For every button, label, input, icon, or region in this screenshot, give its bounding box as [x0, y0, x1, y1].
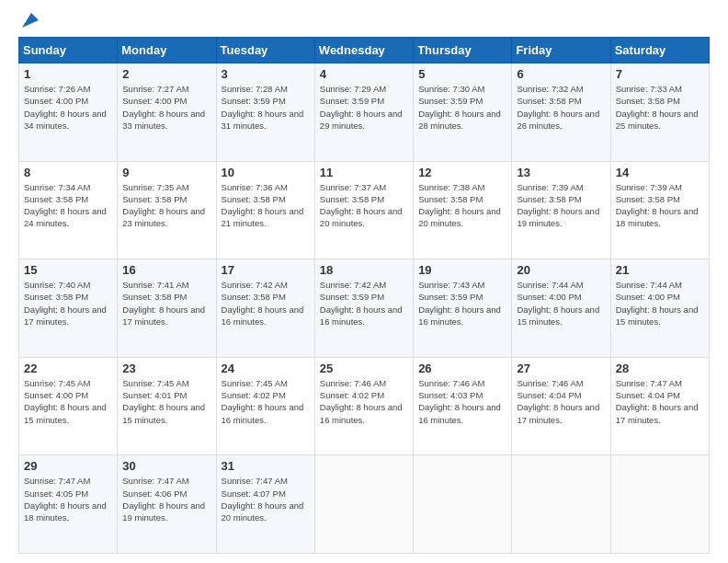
calendar-week-2: 8Sunrise: 7:34 AM Sunset: 3:58 PM Daylig… [19, 161, 710, 259]
calendar-week-1: 1Sunrise: 7:26 AM Sunset: 4:00 PM Daylig… [19, 63, 710, 162]
table-row: 4Sunrise: 7:29 AM Sunset: 3:59 PM Daylig… [314, 63, 413, 162]
table-row: 13Sunrise: 7:39 AM Sunset: 3:58 PM Dayli… [512, 161, 610, 259]
table-row: 9Sunrise: 7:35 AM Sunset: 3:58 PM Daylig… [118, 161, 216, 259]
table-row: 5Sunrise: 7:30 AM Sunset: 3:59 PM Daylig… [414, 63, 512, 162]
table-row: 20Sunrise: 7:44 AM Sunset: 4:00 PM Dayli… [512, 259, 610, 358]
table-row: 10Sunrise: 7:36 AM Sunset: 3:58 PM Dayli… [216, 161, 314, 259]
table-row: 15Sunrise: 7:40 AM Sunset: 3:58 PM Dayli… [19, 259, 118, 358]
table-row: 22Sunrise: 7:45 AM Sunset: 4:00 PM Dayli… [19, 357, 118, 455]
table-row: 12Sunrise: 7:38 AM Sunset: 3:58 PM Dayli… [414, 161, 512, 259]
table-row [512, 455, 610, 554]
table-row: 8Sunrise: 7:34 AM Sunset: 3:58 PM Daylig… [19, 161, 118, 259]
table-row [610, 455, 709, 554]
table-row: 17Sunrise: 7:42 AM Sunset: 3:58 PM Dayli… [216, 259, 314, 358]
logo-arrow-icon [20, 11, 40, 29]
calendar-table: Sunday Monday Tuesday Wednesday Thursday… [18, 37, 710, 554]
header [18, 15, 710, 29]
table-row: 26Sunrise: 7:46 AM Sunset: 4:03 PM Dayli… [414, 357, 512, 455]
table-row: 11Sunrise: 7:37 AM Sunset: 3:58 PM Dayli… [314, 161, 413, 259]
table-row: 21Sunrise: 7:44 AM Sunset: 4:00 PM Dayli… [610, 259, 709, 358]
table-row: 2Sunrise: 7:27 AM Sunset: 4:00 PM Daylig… [118, 63, 216, 162]
table-row: 19Sunrise: 7:43 AM Sunset: 3:59 PM Dayli… [414, 259, 512, 358]
table-row: 25Sunrise: 7:46 AM Sunset: 4:02 PM Dayli… [314, 357, 413, 455]
col-friday: Friday [512, 38, 610, 63]
calendar-week-5: 29Sunrise: 7:47 AM Sunset: 4:05 PM Dayli… [19, 455, 710, 554]
col-saturday: Saturday [610, 38, 709, 63]
table-row [314, 455, 413, 554]
col-monday: Monday [118, 38, 216, 63]
table-row: 1Sunrise: 7:26 AM Sunset: 4:00 PM Daylig… [19, 63, 118, 162]
table-row: 29Sunrise: 7:47 AM Sunset: 4:05 PM Dayli… [19, 455, 118, 554]
table-row: 14Sunrise: 7:39 AM Sunset: 3:58 PM Dayli… [610, 161, 709, 259]
table-row: 30Sunrise: 7:47 AM Sunset: 4:06 PM Dayli… [118, 455, 216, 554]
logo-image [18, 15, 40, 29]
calendar-week-3: 15Sunrise: 7:40 AM Sunset: 3:58 PM Dayli… [19, 259, 710, 358]
table-row: 28Sunrise: 7:47 AM Sunset: 4:04 PM Dayli… [610, 357, 709, 455]
col-sunday: Sunday [19, 38, 118, 63]
col-thursday: Thursday [414, 38, 512, 63]
calendar-week-4: 22Sunrise: 7:45 AM Sunset: 4:00 PM Dayli… [19, 357, 710, 455]
table-row: 31Sunrise: 7:47 AM Sunset: 4:07 PM Dayli… [216, 455, 314, 554]
table-row: 18Sunrise: 7:42 AM Sunset: 3:59 PM Dayli… [314, 259, 413, 358]
calendar-header-row: Sunday Monday Tuesday Wednesday Thursday… [19, 38, 710, 63]
svg-marker-0 [22, 13, 39, 28]
logo [18, 15, 40, 29]
calendar-page: Sunday Monday Tuesday Wednesday Thursday… [0, 0, 728, 563]
table-row: 7Sunrise: 7:33 AM Sunset: 3:58 PM Daylig… [610, 63, 709, 162]
table-row: 6Sunrise: 7:32 AM Sunset: 3:58 PM Daylig… [512, 63, 610, 162]
table-row: 27Sunrise: 7:46 AM Sunset: 4:04 PM Dayli… [512, 357, 610, 455]
table-row: 16Sunrise: 7:41 AM Sunset: 3:58 PM Dayli… [118, 259, 216, 358]
col-tuesday: Tuesday [216, 38, 314, 63]
table-row: 24Sunrise: 7:45 AM Sunset: 4:02 PM Dayli… [216, 357, 314, 455]
table-row [414, 455, 512, 554]
table-row: 23Sunrise: 7:45 AM Sunset: 4:01 PM Dayli… [118, 357, 216, 455]
table-row: 3Sunrise: 7:28 AM Sunset: 3:59 PM Daylig… [216, 63, 314, 162]
col-wednesday: Wednesday [314, 38, 413, 63]
